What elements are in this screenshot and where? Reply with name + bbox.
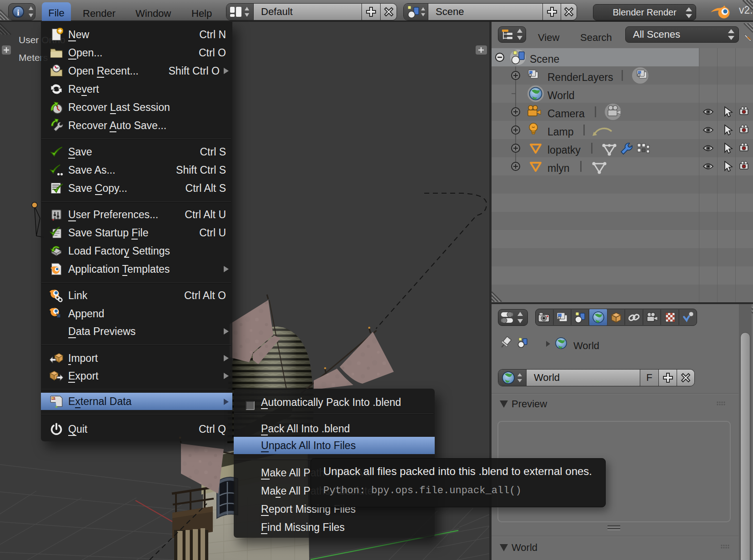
- svg-text:i: i: [17, 8, 19, 17]
